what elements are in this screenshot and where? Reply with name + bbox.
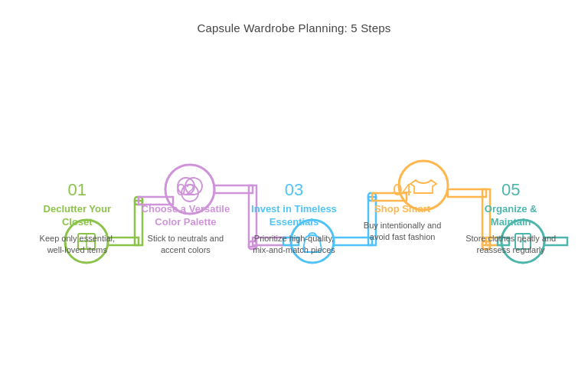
step-1-title: Declutter Your Closet xyxy=(31,203,123,229)
step-1: 01 Declutter Your Closet Keep only essen… xyxy=(31,180,123,257)
step-4-number: 04 xyxy=(393,180,411,200)
diagram-area: 01 Declutter Your Closet Keep only essen… xyxy=(0,34,588,390)
step-3-desc: Prioritize high-quality, mix-and-match p… xyxy=(248,233,340,257)
step-5-desc: Store clothes neatly and reassess regula… xyxy=(465,233,557,257)
step-2-number: 02 xyxy=(176,180,194,200)
step-2: 02 Choose a Versatile Color Palette Stic… xyxy=(139,180,231,257)
page-title: Capsule Wardrobe Planning: 5 Steps xyxy=(197,21,390,34)
step-5-number: 05 xyxy=(501,180,520,200)
step-4: 04 Shop Smart Buy intentionally and avoi… xyxy=(357,180,449,244)
step-3-title: Invest in Timeless Essentials xyxy=(248,203,340,229)
step-1-number: 01 xyxy=(68,180,87,200)
step-3-number: 03 xyxy=(285,180,303,200)
step-5: 05 Organize & Maintain Store clothes nea… xyxy=(465,180,557,257)
step-5-title: Organize & Maintain xyxy=(465,203,557,229)
steps-row: 01 Declutter Your Closet Keep only essen… xyxy=(0,180,588,257)
step-1-desc: Keep only essential, well-loved items xyxy=(31,233,123,257)
step-3: 03 Invest in Timeless Essentials Priorit… xyxy=(248,180,340,257)
step-2-title: Choose a Versatile Color Palette xyxy=(139,203,231,229)
step-4-desc: Buy intentionally and avoid fast fashion xyxy=(357,220,449,244)
step-4-title: Shop Smart xyxy=(374,203,430,216)
step-2-desc: Stick to neutrals and accent colors xyxy=(139,233,231,257)
